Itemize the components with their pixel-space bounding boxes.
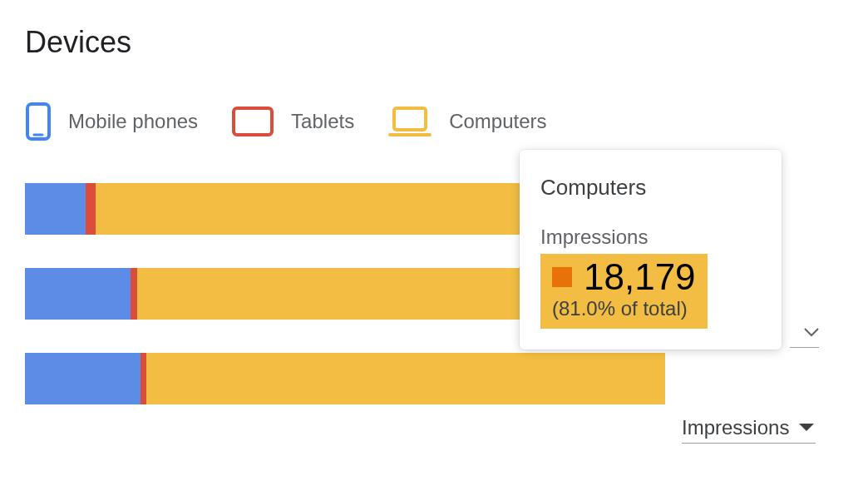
laptop-icon [387, 105, 432, 138]
chevron-down-icon [804, 326, 819, 341]
tooltip-title: Computers [540, 175, 761, 201]
bar-segment-mobile[interactable] [25, 183, 86, 235]
tooltip-percent: (81.0% of total) [552, 297, 696, 320]
svg-rect-2 [234, 108, 272, 135]
bar-segment-mobile[interactable] [25, 268, 131, 320]
dropdown-selected-label: Impressions [682, 416, 789, 439]
tooltip-metric-label: Impressions [540, 226, 761, 249]
svg-rect-3 [394, 108, 426, 130]
legend-label-tablets: Tablets [291, 110, 354, 133]
tablet-icon [231, 106, 274, 137]
metric-dropdown[interactable]: Impressions [682, 416, 816, 444]
legend-item-computers[interactable]: Computers [387, 105, 546, 138]
legend-item-mobile[interactable]: Mobile phones [25, 102, 198, 141]
legend-label-mobile: Mobile phones [68, 110, 198, 133]
bar-row[interactable] [25, 353, 665, 404]
tooltip-color-swatch [552, 267, 572, 287]
page-title: Devices [25, 25, 843, 60]
bar-segment-computers[interactable] [146, 353, 665, 404]
chart-tooltip: Computers Impressions 18,179 (81.0% of t… [520, 150, 782, 350]
legend-label-computers: Computers [449, 110, 546, 133]
metric-dropdown-partial[interactable] [790, 320, 819, 348]
bar-segment-tablets[interactable] [86, 183, 96, 235]
bar-segment-mobile[interactable] [25, 353, 141, 404]
tooltip-value: 18,179 [584, 259, 696, 295]
legend-item-tablets[interactable]: Tablets [231, 106, 354, 137]
bar-segment-tablets[interactable] [131, 268, 137, 320]
chart-legend: Mobile phones Tablets Computers [25, 102, 843, 141]
bar-segment-tablets[interactable] [141, 353, 147, 404]
chevron-down-icon [797, 422, 816, 434]
tooltip-value-box: 18,179 (81.0% of total) [540, 254, 708, 329]
mobile-phone-icon [25, 102, 52, 141]
